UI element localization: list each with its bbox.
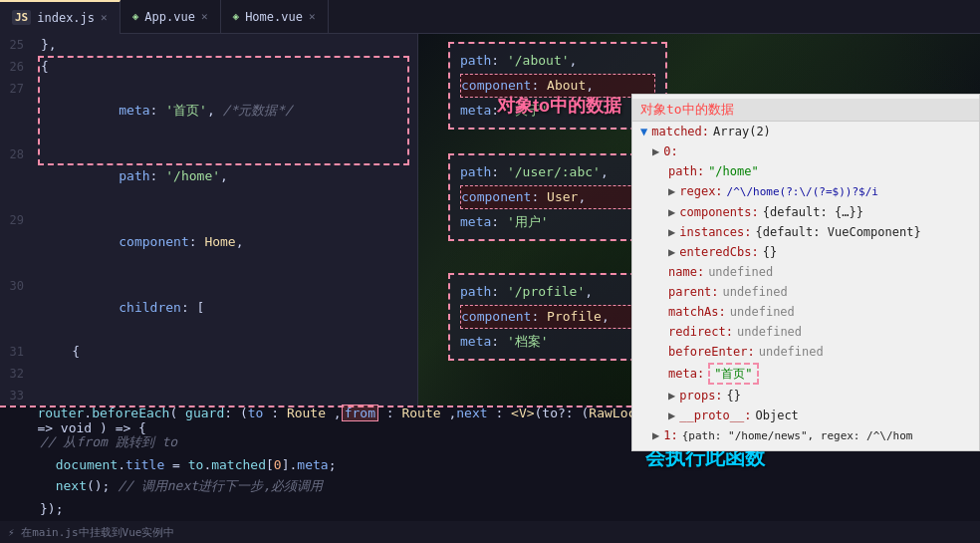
tab-close-app[interactable]: ✕ (201, 10, 208, 23)
tab-close-index[interactable]: ✕ (101, 11, 108, 24)
triangle-instances: ▶ (668, 223, 675, 241)
tab-close-home[interactable]: ✕ (309, 10, 316, 23)
devtools-0[interactable]: ▶ 0: (632, 141, 979, 161)
code-line-26: 26 { (0, 56, 417, 78)
devtools-parent[interactable]: parent: undefined (632, 282, 979, 302)
annotation-object-to: 对象to中的数据 (497, 94, 621, 118)
vue-icon-1: ◈ (132, 10, 139, 23)
vue-icon-2: ◈ (233, 10, 240, 23)
devtools-matchas[interactable]: matchAs: undefined (632, 302, 979, 322)
code-line-27: 27 meta: '首页', /*元数据*/ (0, 78, 417, 143)
code-line-31: 31 { (0, 341, 417, 363)
triangle-props: ▶ (668, 387, 675, 405)
devtools-1[interactable]: ▶ 1: {path: "/home/news", regex: /^\/hom (632, 425, 979, 446)
tab-label-app: App.vue (144, 10, 195, 24)
devtools-title-annotation: 对象to中的数据 (640, 101, 734, 119)
js-icon: JS (12, 10, 31, 25)
tab-home-vue[interactable]: ◈ Home.vue ✕ (221, 0, 329, 34)
devtools-redirect[interactable]: redirect: undefined (632, 322, 979, 342)
code-line-25: 25 }, (0, 34, 417, 56)
closing-line: }); (0, 497, 980, 519)
triangle-proto: ▶ (668, 407, 675, 424)
triangle-matched: ▼ (640, 123, 647, 140)
devtools-proto[interactable]: ▶ __proto__: Object (632, 406, 979, 425)
devtools-matched[interactable]: ▼ matched: Array(2) (632, 122, 979, 141)
devtools-header: 对象to中的数据 (632, 99, 979, 122)
triangle-regex: ▶ (668, 182, 675, 200)
devtools-path[interactable]: path: "/home" (632, 161, 979, 181)
devtools-meta[interactable]: meta: "首页" (632, 362, 979, 386)
devtools-name[interactable]: name: undefined (632, 262, 979, 282)
devtools-regex[interactable]: ▶ regex: /^\/home(?:\/(?=$))?$/i (632, 181, 979, 202)
about-path: path: '/about', (460, 50, 655, 72)
tab-app-vue[interactable]: ◈ App.vue ✕ (121, 0, 221, 34)
triangle-enteredcbs: ▶ (668, 243, 675, 261)
devtools-panel: 对象to中的数据 ▼ matched: Array(2) ▶ 0: path: … (631, 94, 980, 451)
status-text: ⚡ 在main.js中挂载到Vue实例中 (8, 525, 174, 540)
tab-bar: JS index.js ✕ ◈ App.vue ✕ ◈ Home.vue ✕ (0, 0, 980, 34)
devtools-components[interactable]: ▶ components: {default: {…}} (632, 202, 979, 222)
devtools-beforeenter[interactable]: beforeEnter: undefined (632, 342, 979, 362)
code-line-32: 32 (0, 363, 417, 385)
triangle-components: ▶ (668, 203, 675, 221)
tab-label-index: index.js (37, 11, 95, 25)
code-line-30: 30 children: [ (0, 275, 417, 341)
tab-label-home: Home.vue (245, 10, 303, 24)
next-line: next(); // 调用next进行下一步,必须调用 (0, 475, 980, 497)
status-bar: ⚡ 在main.js中挂载到Vue实例中 (0, 521, 980, 543)
code-line-29: 29 component: Home, (0, 209, 417, 275)
tab-index-js[interactable]: JS index.js ✕ (0, 0, 121, 34)
devtools-enteredcbs[interactable]: ▶ enteredCbs: {} (632, 242, 979, 262)
devtools-props[interactable]: ▶ props: {} (632, 386, 979, 406)
triangle-0: ▶ (652, 142, 659, 160)
devtools-instances[interactable]: ▶ instances: {default: VueComponent} (632, 222, 979, 242)
code-line-28: 28 path: '/home', (0, 143, 417, 209)
meta-value: "首页" (708, 363, 758, 385)
triangle-1: ▶ (652, 426, 659, 444)
